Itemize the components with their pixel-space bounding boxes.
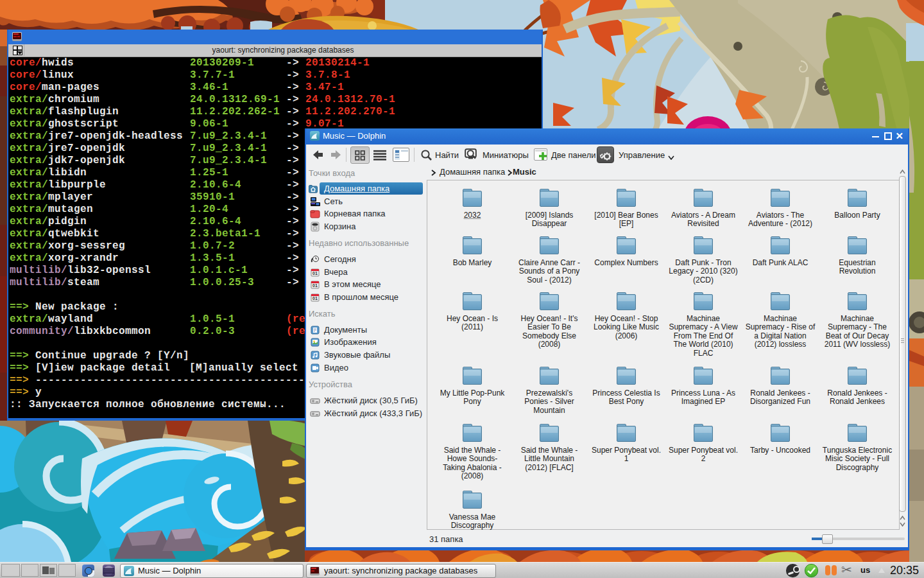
svg-text:01: 01 (312, 296, 318, 301)
svg-text:01: 01 (312, 271, 318, 276)
svg-text:01: 01 (312, 283, 318, 288)
